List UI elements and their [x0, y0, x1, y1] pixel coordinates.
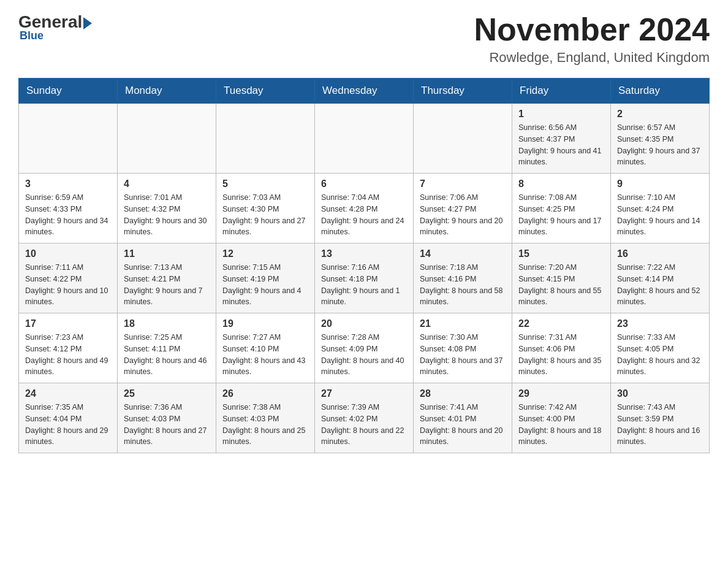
- calendar-cell: 22Sunrise: 7:31 AM Sunset: 4:06 PM Dayli…: [512, 313, 611, 383]
- day-info: Sunrise: 7:16 AM Sunset: 4:18 PM Dayligh…: [321, 262, 407, 308]
- day-info: Sunrise: 7:41 AM Sunset: 4:01 PM Dayligh…: [420, 402, 506, 448]
- header-row: Sunday Monday Tuesday Wednesday Thursday…: [19, 79, 710, 104]
- calendar-cell: 27Sunrise: 7:39 AM Sunset: 4:02 PM Dayli…: [315, 383, 414, 453]
- day-number: 30: [617, 388, 703, 399]
- day-info: Sunrise: 7:18 AM Sunset: 4:16 PM Dayligh…: [420, 262, 506, 308]
- day-number: 3: [25, 178, 111, 190]
- calendar-cell: 20Sunrise: 7:28 AM Sunset: 4:09 PM Dayli…: [315, 313, 414, 383]
- day-info: Sunrise: 7:42 AM Sunset: 4:00 PM Dayligh…: [518, 402, 604, 448]
- calendar-cell: 28Sunrise: 7:41 AM Sunset: 4:01 PM Dayli…: [414, 383, 512, 453]
- calendar-cell: [315, 104, 414, 174]
- day-number: 23: [617, 318, 703, 329]
- col-saturday: Saturday: [611, 79, 710, 104]
- day-info: Sunrise: 7:33 AM Sunset: 4:05 PM Dayligh…: [617, 332, 703, 378]
- col-tuesday: Tuesday: [216, 79, 315, 104]
- day-number: 24: [25, 388, 111, 399]
- day-info: Sunrise: 7:36 AM Sunset: 4:03 PM Dayligh…: [124, 402, 210, 448]
- day-number: 18: [124, 318, 210, 329]
- calendar-table: Sunday Monday Tuesday Wednesday Thursday…: [18, 78, 710, 453]
- day-number: 13: [321, 248, 407, 259]
- calendar-cell: 18Sunrise: 7:25 AM Sunset: 4:11 PM Dayli…: [118, 313, 216, 383]
- day-number: 25: [124, 388, 210, 399]
- day-number: 28: [420, 388, 506, 399]
- calendar-cell: 23Sunrise: 7:33 AM Sunset: 4:05 PM Dayli…: [611, 313, 710, 383]
- calendar-cell: 10Sunrise: 7:11 AM Sunset: 4:22 PM Dayli…: [19, 243, 118, 313]
- col-monday: Monday: [118, 79, 216, 104]
- day-info: Sunrise: 7:38 AM Sunset: 4:03 PM Dayligh…: [222, 402, 308, 448]
- day-number: 22: [518, 318, 604, 329]
- day-number: 17: [25, 318, 111, 329]
- day-info: Sunrise: 7:23 AM Sunset: 4:12 PM Dayligh…: [25, 332, 111, 378]
- day-info: Sunrise: 6:57 AM Sunset: 4:35 PM Dayligh…: [617, 122, 703, 168]
- day-info: Sunrise: 7:27 AM Sunset: 4:10 PM Dayligh…: [222, 332, 308, 378]
- week-row-5: 24Sunrise: 7:35 AM Sunset: 4:04 PM Dayli…: [19, 383, 710, 453]
- calendar-cell: 11Sunrise: 7:13 AM Sunset: 4:21 PM Dayli…: [118, 243, 216, 313]
- calendar-cell: 19Sunrise: 7:27 AM Sunset: 4:10 PM Dayli…: [216, 313, 315, 383]
- day-info: Sunrise: 7:03 AM Sunset: 4:30 PM Dayligh…: [222, 192, 308, 238]
- calendar-cell: 5Sunrise: 7:03 AM Sunset: 4:30 PM Daylig…: [216, 174, 315, 243]
- day-info: Sunrise: 7:25 AM Sunset: 4:11 PM Dayligh…: [124, 332, 210, 378]
- day-info: Sunrise: 7:04 AM Sunset: 4:28 PM Dayligh…: [321, 192, 407, 238]
- day-number: 4: [124, 178, 210, 190]
- col-friday: Friday: [512, 79, 611, 104]
- day-number: 10: [25, 248, 111, 259]
- page-header: General Blue November 2024 Rowledge, Eng…: [18, 12, 710, 66]
- calendar-cell: 12Sunrise: 7:15 AM Sunset: 4:19 PM Dayli…: [216, 243, 315, 313]
- calendar-cell: 26Sunrise: 7:38 AM Sunset: 4:03 PM Dayli…: [216, 383, 315, 453]
- day-info: Sunrise: 7:31 AM Sunset: 4:06 PM Dayligh…: [518, 332, 604, 378]
- location: Rowledge, England, United Kingdom: [474, 50, 710, 66]
- day-info: Sunrise: 7:15 AM Sunset: 4:19 PM Dayligh…: [222, 262, 308, 308]
- col-thursday: Thursday: [414, 79, 512, 104]
- calendar-cell: 2Sunrise: 6:57 AM Sunset: 4:35 PM Daylig…: [611, 104, 710, 174]
- calendar-cell: 24Sunrise: 7:35 AM Sunset: 4:04 PM Dayli…: [19, 383, 118, 453]
- calendar-cell: 15Sunrise: 7:20 AM Sunset: 4:15 PM Dayli…: [512, 243, 611, 313]
- day-info: Sunrise: 7:06 AM Sunset: 4:27 PM Dayligh…: [420, 192, 506, 238]
- day-info: Sunrise: 7:11 AM Sunset: 4:22 PM Dayligh…: [25, 262, 111, 308]
- calendar-cell: 9Sunrise: 7:10 AM Sunset: 4:24 PM Daylig…: [611, 174, 710, 243]
- day-number: 16: [617, 248, 703, 259]
- day-info: Sunrise: 6:56 AM Sunset: 4:37 PM Dayligh…: [518, 122, 604, 168]
- week-row-3: 10Sunrise: 7:11 AM Sunset: 4:22 PM Dayli…: [19, 243, 710, 313]
- calendar-cell: 3Sunrise: 6:59 AM Sunset: 4:33 PM Daylig…: [19, 174, 118, 243]
- title-section: November 2024 Rowledge, England, United …: [474, 12, 710, 66]
- calendar-cell: 21Sunrise: 7:30 AM Sunset: 4:08 PM Dayli…: [414, 313, 512, 383]
- day-info: Sunrise: 7:08 AM Sunset: 4:25 PM Dayligh…: [518, 192, 604, 238]
- day-number: 27: [321, 388, 407, 399]
- calendar-cell: [118, 104, 216, 174]
- day-number: 20: [321, 318, 407, 329]
- calendar-cell: 14Sunrise: 7:18 AM Sunset: 4:16 PM Dayli…: [414, 243, 512, 313]
- col-wednesday: Wednesday: [315, 79, 414, 104]
- calendar-cell: [19, 104, 118, 174]
- calendar-cell: [414, 104, 512, 174]
- day-number: 14: [420, 248, 506, 259]
- day-number: 7: [420, 178, 506, 190]
- week-row-4: 17Sunrise: 7:23 AM Sunset: 4:12 PM Dayli…: [19, 313, 710, 383]
- calendar-cell: 1Sunrise: 6:56 AM Sunset: 4:37 PM Daylig…: [512, 104, 611, 174]
- day-info: Sunrise: 7:28 AM Sunset: 4:09 PM Dayligh…: [321, 332, 407, 378]
- day-number: 11: [124, 248, 210, 259]
- day-info: Sunrise: 7:20 AM Sunset: 4:15 PM Dayligh…: [518, 262, 604, 308]
- calendar-cell: 4Sunrise: 7:01 AM Sunset: 4:32 PM Daylig…: [118, 174, 216, 243]
- calendar-cell: [216, 104, 315, 174]
- day-number: 2: [617, 109, 703, 120]
- day-info: Sunrise: 7:10 AM Sunset: 4:24 PM Dayligh…: [617, 192, 703, 238]
- calendar-cell: 6Sunrise: 7:04 AM Sunset: 4:28 PM Daylig…: [315, 174, 414, 243]
- day-number: 6: [321, 178, 407, 190]
- day-info: Sunrise: 7:22 AM Sunset: 4:14 PM Dayligh…: [617, 262, 703, 308]
- day-info: Sunrise: 7:39 AM Sunset: 4:02 PM Dayligh…: [321, 402, 407, 448]
- calendar-cell: 30Sunrise: 7:43 AM Sunset: 3:59 PM Dayli…: [611, 383, 710, 453]
- calendar-cell: 7Sunrise: 7:06 AM Sunset: 4:27 PM Daylig…: [414, 174, 512, 243]
- day-info: Sunrise: 7:01 AM Sunset: 4:32 PM Dayligh…: [124, 192, 210, 238]
- day-number: 26: [222, 388, 308, 399]
- day-info: Sunrise: 7:13 AM Sunset: 4:21 PM Dayligh…: [124, 262, 210, 308]
- day-number: 21: [420, 318, 506, 329]
- week-row-1: 1Sunrise: 6:56 AM Sunset: 4:37 PM Daylig…: [19, 104, 710, 174]
- calendar-cell: 17Sunrise: 7:23 AM Sunset: 4:12 PM Dayli…: [19, 313, 118, 383]
- day-number: 29: [518, 388, 604, 399]
- col-sunday: Sunday: [19, 79, 118, 104]
- calendar-cell: 29Sunrise: 7:42 AM Sunset: 4:00 PM Dayli…: [512, 383, 611, 453]
- logo: General Blue: [18, 12, 92, 42]
- day-info: Sunrise: 7:30 AM Sunset: 4:08 PM Dayligh…: [420, 332, 506, 378]
- logo-arrow-icon: [83, 17, 92, 29]
- week-row-2: 3Sunrise: 6:59 AM Sunset: 4:33 PM Daylig…: [19, 174, 710, 243]
